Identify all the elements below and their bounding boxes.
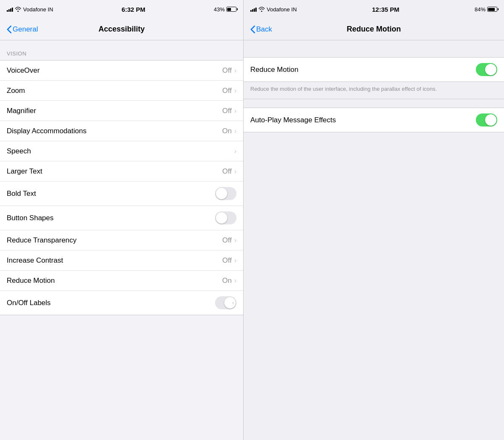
item-value: Off › [222, 87, 236, 95]
time-left: 6:32 PM [121, 6, 145, 13]
settings-list: VoiceOver Off › Zoom Off › Magnifier Off… [0, 60, 243, 315]
battery-pct-left: 43% [214, 6, 225, 13]
back-label-left: General [13, 25, 38, 34]
list-item-increase-contrast[interactable]: Increase Contrast Off › [0, 250, 243, 271]
left-panel: Vodafone IN 6:32 PM 43% General Accessib… [0, 0, 244, 440]
chevron-icon: › [234, 127, 236, 135]
battery-icon-left [226, 7, 236, 12]
item-label: Increase Contrast [7, 256, 63, 265]
right-panel: Vodafone IN 12:35 PM 84% Back Reduce Mot… [244, 0, 504, 440]
chevron-icon: › [234, 277, 236, 285]
carrier-right: Vodafone IN [267, 6, 297, 13]
status-left: Vodafone IN [7, 6, 53, 13]
bold-text-toggle[interactable] [215, 187, 236, 200]
item-value: Off › [222, 107, 236, 115]
item-label: Magnifier [7, 107, 36, 115]
status-bar-right: Vodafone IN 12:35 PM 84% [244, 0, 504, 18]
time-right: 12:35 PM [372, 6, 399, 13]
button-shapes-toggle[interactable] [215, 211, 236, 224]
item-value: On › [222, 127, 236, 135]
autoplay-toggle[interactable] [476, 113, 497, 126]
signal-icon-right [250, 7, 257, 12]
chevron-icon: › [234, 237, 236, 244]
list-item-bold-text[interactable]: Bold Text [0, 182, 243, 206]
section-header-vision: VISION [0, 44, 243, 60]
reduce-motion-description: Reduce the motion of the user interface,… [244, 82, 504, 99]
item-value: Off › [222, 236, 236, 245]
back-label-right: Back [256, 25, 272, 34]
autoplay-item[interactable]: Auto-Play Message Effects [244, 108, 504, 132]
item-value: › [234, 148, 236, 155]
list-item-reduce-transparency[interactable]: Reduce Transparency Off › [0, 230, 243, 250]
list-item-magnifier[interactable]: Magnifier Off › [0, 101, 243, 121]
chevron-icon: › [234, 148, 236, 155]
list-item-zoom[interactable]: Zoom Off › [0, 81, 243, 101]
wifi-icon [15, 7, 21, 12]
battery-pct-right: 84% [475, 6, 486, 13]
list-item-speech[interactable]: Speech › [0, 141, 243, 161]
item-label: VoiceOver [7, 66, 39, 75]
reduce-motion-item[interactable]: Reduce Motion [244, 58, 504, 82]
item-label: On/Off Labels [7, 299, 51, 307]
item-value: Off › [222, 66, 236, 75]
back-button-left[interactable]: General [7, 25, 38, 34]
autoplay-label: Auto-Play Message Effects [250, 116, 336, 124]
page-title-right: Reduce Motion [347, 25, 401, 34]
reduce-motion-toggle[interactable] [476, 63, 497, 76]
chevron-icon: › [234, 67, 236, 74]
list-item-reduce-motion[interactable]: Reduce Motion On › [0, 271, 243, 291]
reduce-motion-section: Reduce Motion [244, 57, 504, 82]
item-value: On › [222, 277, 236, 285]
item-value: Off › [222, 256, 236, 265]
list-item-larger-text[interactable]: Larger Text Off › [0, 161, 243, 182]
nav-bar-right: Back Reduce Motion [244, 18, 504, 40]
item-label: Zoom [7, 87, 25, 95]
onoff-labels-toggle[interactable]: ○ [215, 296, 236, 309]
chevron-icon: › [234, 168, 236, 175]
list-item-button-shapes[interactable]: Button Shapes [0, 206, 243, 230]
chevron-icon: › [234, 107, 236, 115]
status-bar-left: Vodafone IN 6:32 PM 43% [0, 0, 243, 18]
status-left-right: Vodafone IN [250, 6, 297, 13]
item-label: Button Shapes [7, 214, 54, 222]
list-item-voiceover[interactable]: VoiceOver Off › [0, 61, 243, 81]
nav-bar-left: General Accessibility [0, 18, 243, 40]
list-item-display[interactable]: Display Accommodations On › [0, 121, 243, 141]
item-label: Reduce Transparency [7, 236, 76, 245]
item-label: Display Accommodations [7, 127, 87, 135]
signal-icon [7, 7, 13, 12]
item-label: Reduce Motion [7, 277, 55, 285]
battery-icon-right [487, 7, 497, 12]
item-label: Bold Text [7, 190, 36, 198]
chevron-icon: › [234, 87, 236, 95]
reduce-motion-label: Reduce Motion [250, 66, 298, 74]
carrier-left: Vodafone IN [23, 6, 53, 13]
back-button-right[interactable]: Back [250, 25, 272, 34]
page-title-left: Accessibility [98, 25, 144, 34]
autoplay-section: Auto-Play Message Effects [244, 108, 504, 132]
list-item-onoff-labels[interactable]: On/Off Labels ○ [0, 291, 243, 315]
item-label: Speech [7, 147, 31, 155]
wifi-icon-right [258, 7, 265, 12]
status-right-right: 84% [475, 6, 497, 13]
chevron-icon: › [234, 257, 236, 264]
status-right-left: 43% [214, 6, 236, 13]
item-label: Larger Text [7, 167, 42, 176]
item-value: Off › [222, 167, 236, 176]
